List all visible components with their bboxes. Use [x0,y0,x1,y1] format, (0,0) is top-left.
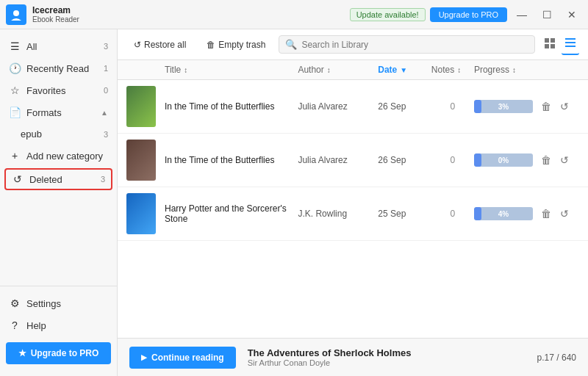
book-date: 26 Sep [378,101,431,112]
progress-label: 3% [498,103,509,111]
book-actions: 🗑 ↺ [538,206,579,221]
sidebar-label-deleted: Deleted [29,174,62,185]
play-icon: ▶ [141,353,147,361]
continue-reading-button[interactable]: ▶ Continue reading [129,347,236,369]
sidebar-count-deleted: 3 [101,175,105,184]
book-cover [126,193,156,234]
sidebar-label-settings: Settings [26,298,61,309]
formats-icon: 📄 [9,106,21,118]
recently-read-icon: 🕐 [9,62,21,74]
sidebar-upgrade-label: Upgrade to PRO [31,348,99,358]
book-date: 26 Sep [378,155,431,165]
book-notes: 0 [431,155,474,165]
bottom-bar: ▶ Continue reading The Adventures of She… [118,338,588,376]
restore-all-button[interactable]: ↺ Restore all [126,36,193,54]
header-progress[interactable]: Progress ↕ [474,65,538,75]
restore-icon: ↺ [134,40,141,50]
restore-label: Restore all [144,40,186,50]
sidebar-label-formats: Formats [26,107,62,118]
delete-book-button[interactable]: 🗑 [538,99,554,114]
minimize-button[interactable]: — [512,4,532,25]
book-notes: 0 [431,101,474,112]
progress-bar: 4% [474,207,533,220]
sidebar-upgrade-button[interactable]: ★ Upgrade to PRO [6,342,111,364]
app-name-top: Icecream [32,5,79,15]
svg-rect-6 [565,38,576,40]
restore-book-button[interactable]: ↺ [557,153,572,167]
grid-view-button[interactable] [541,34,559,55]
app-icon [6,4,26,25]
continue-reading-label: Continue reading [151,352,224,363]
sidebar-count-all: 3 [104,42,108,51]
table-row: In the Time of the Butterflies Julia Alv… [118,134,588,187]
bottom-book-author: Sir Arthur Conan Doyle [248,358,526,367]
trash-icon: 🗑 [207,40,215,50]
view-toggle [541,34,579,55]
toolbar: ↺ Restore all 🗑 Empty trash 🔍 [118,29,588,60]
books-list: In the Time of the Butterflies Julia Alv… [118,80,588,241]
update-badge[interactable]: Update available! [350,8,426,21]
book-cover [126,140,156,181]
book-cover [126,86,156,127]
empty-trash-button[interactable]: 🗑 Empty trash [199,36,273,54]
sidebar-item-favorites[interactable]: ☆ Favorites 0 [0,79,117,101]
svg-rect-4 [545,44,549,48]
search-icon: 🔍 [285,39,297,50]
restore-book-button[interactable]: ↺ [557,99,572,114]
close-button[interactable]: ✕ [562,4,582,25]
search-box[interactable]: 🔍 [279,35,535,54]
notes-sort-icon: ↕ [457,66,461,74]
content-area: ↺ Restore all 🗑 Empty trash 🔍 [118,29,588,376]
sidebar-count-epub: 3 [104,130,108,139]
maximize-icon: ☐ [542,9,552,21]
sidebar-item-epub[interactable]: epub 3 [0,123,117,145]
table-row: Harry Potter and the Sorcerer's Stone J.… [118,187,588,241]
header-date[interactable]: Date ▼ [378,65,431,75]
book-title: Harry Potter and the Sorcerer's Stone [165,203,298,224]
sidebar-item-formats[interactable]: 📄 Formats ▲ [0,101,117,123]
sidebar: ☰ All 3 🕐 Recently Read 1 ☆ Favorites 0 … [0,29,118,376]
sidebar-item-all[interactable]: ☰ All 3 [0,35,117,57]
progress-bar: 3% [474,100,533,113]
search-input[interactable] [301,40,528,50]
delete-book-button[interactable]: 🗑 [538,153,554,167]
progress-fill [474,153,481,167]
svg-rect-2 [545,38,549,43]
header-title[interactable]: Title ↕ [165,65,298,75]
svg-rect-7 [565,42,576,43]
author-sort-icon: ↕ [327,66,331,74]
progress-label: 4% [498,210,509,218]
book-author: Julia Alvarez [298,155,378,165]
sidebar-item-settings[interactable]: ⚙ Settings [0,292,117,314]
sidebar-count-favorites: 0 [104,86,108,95]
deleted-icon: ↺ [12,173,24,185]
delete-book-button[interactable]: 🗑 [538,206,554,221]
sidebar-item-deleted[interactable]: ↺ Deleted 3 [4,168,112,190]
sidebar-label-recently-read: Recently Read [26,63,89,74]
header-author[interactable]: Author ↕ [298,65,378,75]
svg-rect-8 [565,46,576,47]
progress-fill [474,100,481,113]
sidebar-item-add-category[interactable]: + Add new category [0,145,117,167]
restore-book-button[interactable]: ↺ [557,206,572,221]
app-name-bottom: Ebook Reader [32,15,79,24]
books-table: Title ↕ Author ↕ Date ▼ Notes ↕ Progress [118,60,588,338]
bottom-book-info: The Adventures of Sherlock Holmes Sir Ar… [248,347,526,367]
sidebar-label-favorites: Favorites [26,85,65,96]
title-bar-controls: Update available! Upgrade to PRO — ☐ ✕ [350,4,582,25]
date-sort-icon: ▼ [400,66,407,74]
empty-trash-label: Empty trash [218,40,265,50]
book-actions: 🗑 ↺ [538,99,579,114]
book-notes: 0 [431,209,474,219]
upgrade-button[interactable]: Upgrade to PRO [430,7,507,22]
sidebar-label-help: Help [26,320,46,331]
sidebar-item-recently-read[interactable]: 🕐 Recently Read 1 [0,57,117,79]
list-view-button[interactable] [562,34,579,55]
sidebar-label-all: All [26,41,37,52]
maximize-button[interactable]: ☐ [537,4,557,25]
favorites-icon: ☆ [9,84,21,96]
book-progress: 3% [474,100,538,113]
settings-icon: ⚙ [9,297,21,309]
sidebar-item-help[interactable]: ? Help [0,314,117,336]
header-notes[interactable]: Notes ↕ [431,65,474,75]
